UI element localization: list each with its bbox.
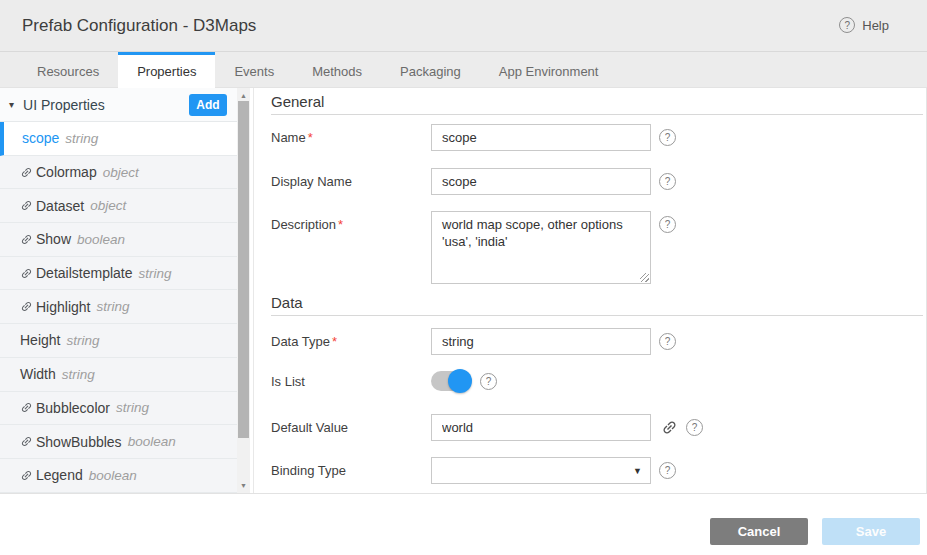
tab-methods[interactable]: Methods (293, 52, 381, 88)
property-type: string (96, 299, 129, 314)
property-item-dataset[interactable]: Dataset object (0, 189, 237, 223)
display-name-help-icon[interactable]: ? (659, 173, 676, 190)
property-name: ShowBubbles (36, 434, 122, 450)
scrollbar-thumb[interactable] (238, 101, 249, 438)
property-name: Height (20, 332, 60, 348)
binding-type-label: Binding Type (271, 463, 431, 478)
property-type: string (116, 400, 149, 415)
property-name: Show (36, 231, 71, 247)
dialog-footer: Cancel Save (0, 494, 927, 555)
property-name: Dataset (36, 198, 84, 214)
section-heading-general: General (271, 93, 923, 115)
collapse-caret-icon[interactable]: ▾ (9, 99, 14, 110)
ui-properties-header[interactable]: ▾ UI Properties Add (0, 88, 237, 122)
required-marker: * (338, 217, 343, 232)
name-label: Name* (271, 130, 431, 145)
description-label: Description* (271, 211, 431, 232)
name-input[interactable] (431, 124, 651, 151)
binding-type-select[interactable]: ▼ (431, 457, 651, 484)
default-value-input[interactable] (431, 414, 651, 441)
save-button[interactable]: Save (822, 518, 920, 545)
display-name-label: Display Name (271, 174, 431, 189)
help-button[interactable]: ? Help (839, 17, 889, 33)
property-name: Colormap (36, 164, 97, 180)
field-row-description: Description* world map scope, other opti… (271, 211, 676, 284)
property-type: boolean (77, 232, 125, 247)
description-help-icon[interactable]: ? (659, 216, 676, 233)
binding-type-help-icon[interactable]: ? (659, 462, 676, 479)
tab-packaging[interactable]: Packaging (381, 52, 480, 88)
field-row-is-list: Is List ? (271, 371, 497, 391)
property-item-detailstemplate[interactable]: Detailstemplate string (0, 257, 237, 291)
default-value-help-icon[interactable]: ? (686, 419, 703, 436)
field-row-binding-type: Binding Type ▼ ? (271, 457, 676, 484)
bind-link-icon (20, 401, 33, 414)
property-type: object (103, 165, 139, 180)
bind-link-icon (20, 300, 33, 313)
property-item-height[interactable]: Height string (0, 324, 237, 358)
help-label: Help (862, 18, 889, 33)
bind-link-icon (20, 267, 33, 280)
property-type: object (90, 198, 126, 213)
toggle-knob (448, 369, 472, 393)
property-item-show[interactable]: Show boolean (0, 223, 237, 257)
bind-link-icon (20, 233, 33, 246)
prefab-configuration-dialog: Prefab Configuration - D3Maps ? Help Res… (0, 0, 927, 555)
property-item-bubblecolor[interactable]: Bubblecolor string (0, 392, 237, 426)
dropdown-caret-icon: ▼ (633, 466, 642, 476)
tab-events[interactable]: Events (215, 52, 293, 88)
help-icon: ? (839, 17, 855, 33)
property-item-showbubbles[interactable]: ShowBubbles boolean (0, 425, 237, 459)
dialog-body: ▾ UI Properties Add scope string Colorma… (0, 88, 927, 494)
add-property-button[interactable]: Add (189, 94, 227, 116)
data-type-help-icon[interactable]: ? (659, 333, 676, 350)
property-type: boolean (89, 468, 137, 483)
property-item-scope[interactable]: scope string (0, 122, 237, 156)
scroll-down-icon[interactable]: ▼ (237, 479, 250, 492)
property-item-width[interactable]: Width string (0, 358, 237, 392)
cancel-button[interactable]: Cancel (710, 518, 808, 545)
field-row-name: Name* ? (271, 124, 676, 151)
is-list-label: Is List (271, 374, 431, 389)
properties-sidebar: ▾ UI Properties Add scope string Colorma… (0, 88, 253, 493)
property-name: Width (20, 366, 56, 382)
tab-app-environment[interactable]: App Environment (480, 52, 618, 88)
is-list-help-icon[interactable]: ? (480, 373, 497, 390)
dialog-title: Prefab Configuration - D3Maps (22, 16, 256, 36)
name-help-icon[interactable]: ? (659, 129, 676, 146)
field-row-display-name: Display Name ? (271, 168, 676, 195)
field-row-default-value: Default Value ? (271, 414, 703, 441)
tab-properties[interactable]: Properties (118, 52, 215, 88)
bind-link-icon (20, 166, 33, 179)
property-item-legend[interactable]: Legend boolean (0, 459, 237, 493)
property-item-colormap[interactable]: Colormap object (0, 156, 237, 190)
data-type-input[interactable] (431, 328, 651, 355)
display-name-input[interactable] (431, 168, 651, 195)
section-heading-data: Data (271, 294, 923, 316)
tab-bar: Resources Properties Events Methods Pack… (0, 52, 927, 88)
property-list: scope string Colormap object Dataset obj… (0, 122, 237, 493)
default-value-label: Default Value (271, 420, 431, 435)
bind-link-icon (20, 199, 33, 212)
property-type: string (66, 333, 99, 348)
property-name: scope (22, 130, 59, 146)
bind-link-icon (20, 435, 33, 448)
property-type: string (65, 131, 98, 146)
is-list-toggle[interactable] (431, 371, 469, 391)
property-type: string (139, 266, 172, 281)
required-marker: * (332, 334, 337, 349)
property-name: Legend (36, 467, 83, 483)
property-form: General Name* ? Display Name ? Descripti… (253, 88, 927, 493)
tab-resources[interactable]: Resources (18, 52, 118, 88)
description-textarea[interactable]: world map scope, other options 'usa', 'i… (431, 211, 651, 284)
property-name: Bubblecolor (36, 400, 110, 416)
data-type-label: Data Type* (271, 334, 431, 349)
ui-properties-label: UI Properties (23, 97, 105, 113)
property-type: string (62, 367, 95, 382)
property-item-highlight[interactable]: Highlight string (0, 290, 237, 324)
sidebar-scrollbar[interactable]: ▲ ▼ (237, 88, 250, 493)
field-row-data-type: Data Type* ? (271, 328, 676, 355)
bind-value-link-icon[interactable] (661, 419, 678, 436)
dialog-header: Prefab Configuration - D3Maps ? Help (0, 0, 927, 52)
property-type: boolean (128, 434, 176, 449)
